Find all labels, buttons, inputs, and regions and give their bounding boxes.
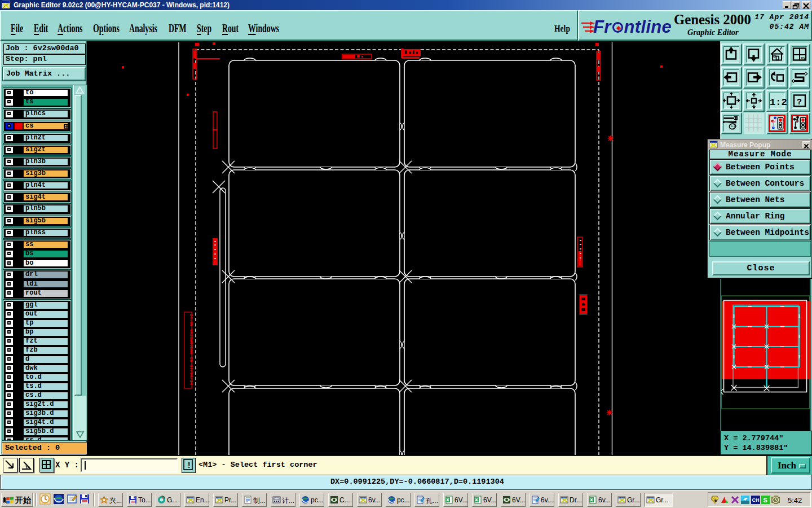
svg-text:?: ? (797, 98, 802, 107)
svg-text:S: S (764, 497, 767, 503)
svg-text:1:2: 1:2 (770, 97, 787, 108)
svg-text:!: ! (187, 461, 191, 470)
svg-text:xy: xy (801, 56, 806, 60)
svg-text:CH: CH (752, 497, 760, 503)
svg-text:24:3N 6V2SW00DA0 CS 17/04/14: 24:3N 6V2SW00DA0 CS 17/04/14 (189, 314, 193, 386)
